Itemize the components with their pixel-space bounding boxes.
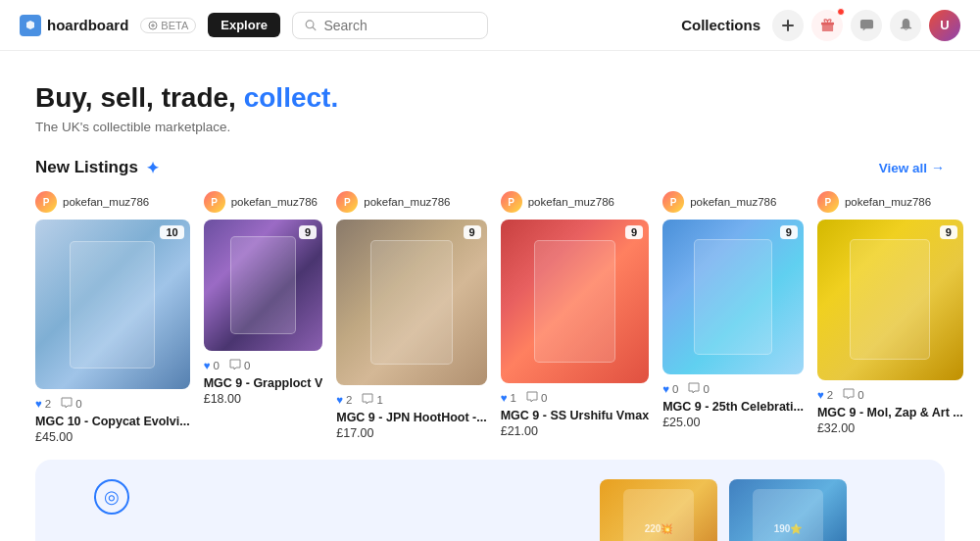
- comments-count: 0: [244, 360, 250, 371]
- arrow-right-icon: →: [931, 160, 945, 175]
- hero-subtitle: The UK's collectible marketplace.: [35, 120, 945, 134]
- card-name: MGC 9 - 25th Celebrati...: [662, 400, 804, 414]
- card-seller: P pokefan_muz786: [35, 191, 190, 213]
- card-name: MGC 9 - SS Urshifu Vmax: [501, 409, 649, 422]
- card-price: £17.00: [336, 426, 486, 440]
- gift-button[interactable]: [811, 10, 843, 41]
- card-seller: P pokefan_muz786: [204, 191, 323, 213]
- comment-icon: [526, 391, 538, 405]
- card-item[interactable]: P pokefan_muz786 9 ♥ 1 0: [501, 191, 649, 444]
- bottom-card-1: 220💥: [600, 479, 717, 541]
- main-content: Buy, sell, trade, collect. The UK's coll…: [0, 51, 980, 444]
- card-seller: P pokefan_muz786: [336, 191, 486, 213]
- card-name: MGC 10 - Copycat Evolvi...: [35, 415, 190, 428]
- section-header: New Listings ✦ View all →: [35, 158, 945, 177]
- gift-icon: [820, 18, 835, 32]
- comments-count: 0: [541, 392, 547, 404]
- comments-count: 0: [858, 389, 863, 401]
- card-stats: ♥ 1 0: [501, 391, 649, 405]
- comment-icon: [362, 393, 373, 407]
- card-comments: 0: [229, 359, 250, 372]
- card-price: £32.00: [817, 421, 963, 435]
- card-comments: 0: [843, 388, 863, 402]
- card-stats: ♥ 2 0: [817, 388, 963, 402]
- card-item[interactable]: P pokefan_muz786 9 ♥ 0 0: [662, 191, 804, 444]
- messages-button[interactable]: [851, 10, 882, 41]
- seller-avatar: P: [817, 191, 839, 213]
- card-likes: ♥ 2: [817, 389, 833, 401]
- bottom-preview-cards: 220💥 190⭐: [600, 479, 847, 541]
- cards-grid: P pokefan_muz786 10 ♥ 2 0: [35, 191, 945, 444]
- seller-avatar: P: [35, 191, 57, 213]
- seller-name: pokefan_muz786: [690, 196, 776, 208]
- card-name: MGC 9 - JPN HootHoot -...: [336, 411, 486, 424]
- add-button[interactable]: [772, 10, 804, 41]
- card-grade: 9: [625, 225, 643, 239]
- heart-icon: ♥: [336, 394, 343, 406]
- sparkle-icon: ✦: [146, 159, 159, 177]
- search-bar[interactable]: [292, 12, 488, 39]
- bottom-logo-icon: ◎: [94, 479, 129, 515]
- logo-text: hoardboard: [47, 17, 128, 33]
- likes-count: 2: [827, 389, 833, 401]
- card-price: £45.00: [35, 430, 190, 444]
- card-image: 9: [662, 220, 804, 374]
- card-likes: ♥ 2: [35, 398, 51, 410]
- card-grade: 9: [940, 225, 957, 239]
- card-seller: P pokefan_muz786: [817, 191, 963, 213]
- search-input[interactable]: [323, 18, 474, 33]
- hero-title: Buy, sell, trade, collect.: [35, 82, 945, 114]
- card-comments: 1: [362, 393, 382, 407]
- likes-count: 0: [672, 383, 678, 395]
- chat-icon: [859, 18, 874, 32]
- card-image: 10: [35, 220, 190, 389]
- card-item[interactable]: P pokefan_muz786 9 ♥ 2 0: [817, 191, 963, 444]
- card-item[interactable]: P pokefan_muz786 9 ♥ 0 0: [204, 191, 323, 444]
- card-item[interactable]: P pokefan_muz786 10 ♥ 2 0: [35, 191, 190, 444]
- card-likes: ♥ 0: [204, 360, 220, 371]
- view-all-link[interactable]: View all →: [879, 160, 945, 175]
- plus-icon: [781, 19, 795, 32]
- seller-name: pokefan_muz786: [528, 196, 614, 208]
- likes-count: 2: [346, 394, 352, 406]
- bottom-card-2: 190⭐: [729, 479, 847, 541]
- likes-count: 2: [45, 398, 51, 410]
- heart-icon: ♥: [35, 398, 42, 410]
- card-grade: 9: [299, 225, 317, 239]
- new-listings-label: New Listings: [35, 158, 138, 177]
- logo-link[interactable]: hoardboard: [20, 15, 128, 36]
- explore-button[interactable]: Explore: [208, 13, 280, 37]
- comment-icon: [61, 397, 73, 411]
- bottom-logo: ◎: [94, 479, 129, 515]
- card-grade: 9: [464, 225, 481, 239]
- card-comments: 0: [688, 382, 709, 396]
- user-avatar[interactable]: U: [929, 10, 960, 41]
- hero-title-accent: collect.: [244, 82, 338, 113]
- heart-icon: ♥: [662, 383, 669, 395]
- svg-rect-4: [821, 25, 832, 32]
- card-item[interactable]: P pokefan_muz786 9 ♥ 2 1: [336, 191, 486, 444]
- card-price: £25.00: [662, 416, 804, 429]
- heart-icon: ♥: [817, 389, 824, 401]
- heart-icon: ♥: [204, 360, 211, 371]
- card-image: 9: [336, 220, 486, 385]
- logo-icon: [20, 15, 41, 36]
- heart-icon: ♥: [501, 392, 508, 404]
- notifications-button[interactable]: [890, 10, 921, 41]
- seller-avatar: P: [501, 191, 522, 213]
- card-price: £21.00: [501, 424, 649, 438]
- seller-avatar: P: [336, 191, 358, 213]
- card-stats: ♥ 0 0: [204, 359, 323, 372]
- card-stats: ♥ 2 0: [35, 397, 190, 411]
- collections-link[interactable]: Collections: [681, 17, 760, 33]
- card-grade: 9: [780, 225, 798, 239]
- seller-name: pokefan_muz786: [364, 196, 450, 208]
- bell-icon: [899, 18, 913, 32]
- section-title: New Listings ✦: [35, 158, 159, 177]
- seller-name: pokefan_muz786: [63, 196, 149, 208]
- card-grade: 10: [160, 225, 183, 239]
- search-icon: [305, 19, 317, 32]
- comment-icon: [688, 382, 700, 396]
- svg-rect-3: [782, 25, 794, 26]
- seller-name: pokefan_muz786: [231, 196, 318, 208]
